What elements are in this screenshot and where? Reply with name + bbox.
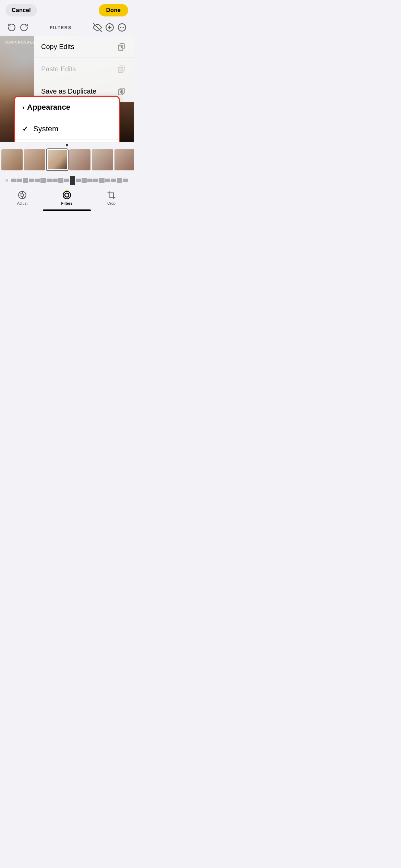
icon-bar: FILTERS bbox=[0, 19, 134, 36]
svg-rect-7 bbox=[118, 45, 123, 50]
image-area: IANPCROSALES Copy Edits Paste Edits bbox=[0, 36, 134, 142]
tick-19 bbox=[117, 178, 122, 183]
paste-edits-icon bbox=[117, 64, 126, 73]
top-bar: Cancel Done bbox=[0, 0, 134, 19]
page-dot bbox=[66, 144, 68, 146]
tick-17 bbox=[105, 179, 110, 182]
markup-button[interactable] bbox=[104, 21, 116, 34]
filters-icon bbox=[62, 191, 71, 200]
crop-icon bbox=[107, 191, 116, 200]
svg-point-13 bbox=[21, 194, 24, 197]
undo-icon bbox=[7, 23, 16, 32]
appearance-title: Appearance bbox=[27, 103, 70, 112]
done-button[interactable]: Done bbox=[99, 4, 129, 16]
appearance-system-option[interactable]: ✓ System bbox=[15, 118, 119, 140]
filters-active-dot bbox=[66, 190, 68, 191]
markup-icon bbox=[105, 23, 114, 32]
filters-nav-label: Filters bbox=[61, 201, 72, 205]
save-duplicate-icon-container bbox=[116, 86, 127, 97]
save-duplicate-label: Save as Duplicate bbox=[41, 87, 96, 95]
nav-crop[interactable]: Crop bbox=[99, 190, 123, 205]
eye-off-icon bbox=[93, 23, 102, 32]
nav-adjust[interactable]: Adjust bbox=[10, 190, 34, 205]
copy-edits-icon-container bbox=[116, 41, 127, 52]
paste-edits-icon-container bbox=[116, 63, 127, 74]
thumbnail-3-selected[interactable] bbox=[47, 149, 68, 170]
thumbnail-5[interactable] bbox=[92, 149, 113, 170]
more-icon bbox=[118, 23, 126, 32]
tick-18 bbox=[111, 179, 116, 182]
system-check: ✓ bbox=[22, 125, 30, 133]
appearance-chevron: › bbox=[22, 104, 24, 111]
svg-point-4 bbox=[122, 27, 123, 28]
hide-button[interactable] bbox=[91, 21, 104, 34]
paste-edits-label: Paste Edits bbox=[41, 65, 76, 73]
dot-indicator bbox=[0, 142, 134, 148]
tick-3 bbox=[23, 178, 28, 183]
paste-edits-item[interactable]: Paste Edits bbox=[34, 58, 134, 80]
tick-4 bbox=[29, 179, 34, 182]
slider-ticks[interactable] bbox=[11, 175, 128, 185]
dropdown-overlay: Copy Edits Paste Edits Save as Duplica bbox=[34, 36, 134, 102]
slider-start-dot bbox=[5, 179, 8, 182]
thumbnail-6[interactable] bbox=[114, 149, 134, 170]
watermark: IANPCROSALES bbox=[5, 40, 38, 44]
copy-edits-item[interactable]: Copy Edits bbox=[34, 36, 134, 58]
tick-14 bbox=[87, 179, 93, 182]
tick-15 bbox=[93, 179, 98, 182]
svg-rect-11 bbox=[118, 90, 123, 95]
thumbnail-strip bbox=[0, 148, 134, 172]
copy-edits-label: Copy Edits bbox=[41, 43, 74, 51]
tick-8 bbox=[52, 179, 58, 182]
tick-13 bbox=[82, 178, 87, 183]
crop-label: Crop bbox=[107, 201, 116, 205]
more-button[interactable] bbox=[116, 21, 128, 34]
redo-icon bbox=[20, 23, 28, 32]
appearance-dark-option[interactable]: Dark bbox=[15, 140, 119, 142]
copy-edits-icon bbox=[117, 42, 126, 51]
tick-7 bbox=[47, 179, 52, 182]
adjust-label: Adjust bbox=[17, 201, 28, 205]
filters-icon-container bbox=[62, 190, 72, 200]
tick-5 bbox=[35, 179, 40, 182]
tick-20 bbox=[123, 179, 128, 182]
svg-point-5 bbox=[123, 27, 124, 28]
appearance-header: › Appearance bbox=[15, 97, 119, 118]
svg-point-19 bbox=[65, 193, 69, 197]
tick-9 bbox=[58, 178, 63, 183]
nav-filters[interactable]: Filters bbox=[55, 190, 79, 205]
tick-6 bbox=[40, 178, 46, 183]
bottom-nav: Adjust Filters Crop bbox=[0, 187, 134, 207]
thumbnail-4[interactable] bbox=[69, 149, 90, 170]
svg-point-18 bbox=[63, 191, 71, 199]
undo-button[interactable] bbox=[5, 21, 18, 34]
filters-label: FILTERS bbox=[30, 25, 91, 30]
system-label: System bbox=[33, 124, 58, 133]
cancel-button[interactable]: Cancel bbox=[5, 4, 37, 16]
tick-12 bbox=[76, 179, 81, 182]
tick-center bbox=[70, 176, 75, 185]
appearance-menu: › Appearance ✓ System Dark Light bbox=[14, 96, 120, 142]
adjust-icon bbox=[18, 191, 27, 200]
tick-10 bbox=[64, 179, 69, 182]
thumbnail-1[interactable] bbox=[1, 149, 23, 170]
tick-16 bbox=[99, 178, 104, 183]
tick-1 bbox=[11, 179, 16, 182]
svg-rect-9 bbox=[118, 68, 123, 73]
save-duplicate-icon bbox=[117, 87, 126, 96]
home-indicator bbox=[43, 209, 91, 211]
tick-2 bbox=[17, 179, 22, 182]
adjust-icon-container bbox=[17, 190, 27, 200]
thumbnail-2[interactable] bbox=[24, 149, 45, 170]
slider-area bbox=[0, 172, 134, 187]
svg-point-3 bbox=[120, 27, 121, 28]
redo-button[interactable] bbox=[18, 21, 30, 34]
crop-icon-container bbox=[107, 190, 116, 200]
